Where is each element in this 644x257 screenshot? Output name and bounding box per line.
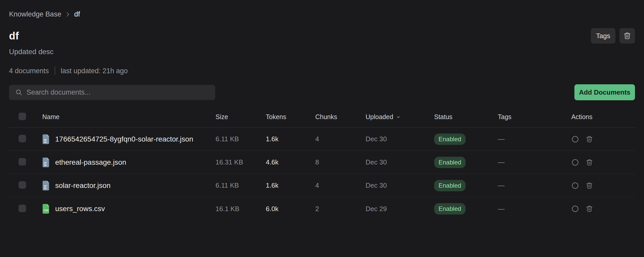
table-row: CSV users_rows.csv 16.1 KB 6.0k 2 Dec 29… (9, 197, 635, 220)
document-tags: — (498, 158, 571, 166)
status-badge: Enabled (434, 134, 466, 145)
delete-document-button[interactable] (586, 159, 593, 166)
trash-icon (586, 182, 593, 189)
document-uploaded: Dec 30 (366, 135, 434, 143)
svg-text:CSV: CSV (44, 209, 49, 212)
document-size: 6.11 KB (216, 135, 266, 143)
delete-knowledge-base-button[interactable] (620, 28, 635, 44)
column-header-size[interactable]: Size (216, 113, 266, 121)
row-checkbox[interactable] (19, 181, 26, 189)
column-header-status[interactable]: Status (434, 113, 498, 121)
search-documents-input[interactable] (27, 88, 210, 96)
table-row: CSV solar-reactor.json 6.11 KB 1.6k 4 De… (9, 174, 635, 197)
stats-divider (55, 67, 55, 75)
toolbar: Add Documents (9, 84, 635, 100)
document-chunks: 2 (315, 205, 366, 213)
knowledge-base-page: Knowledge Base df df Tags Updated desc 4… (0, 0, 644, 257)
select-all-checkbox[interactable] (19, 113, 26, 120)
status-badge: Enabled (434, 180, 466, 191)
page-title: df (9, 30, 19, 42)
document-chunks: 4 (315, 181, 366, 189)
document-tokens: 4.6k (266, 158, 315, 166)
document-tokens: 1.6k (266, 135, 315, 143)
status-toggle-button[interactable] (571, 159, 579, 166)
document-tags: — (498, 181, 571, 189)
table-body: CSV 1766542654725-8ygfqn0-solar-reactor.… (9, 128, 635, 220)
trash-icon (623, 32, 631, 40)
status-toggle-button[interactable] (571, 182, 579, 189)
column-header-uploaded[interactable]: Uploaded (366, 113, 434, 121)
document-name[interactable]: solar-reactor.json (55, 181, 111, 190)
document-chunks: 4 (315, 135, 366, 143)
circle-icon (571, 135, 579, 143)
delete-document-button[interactable] (586, 205, 593, 212)
breadcrumb: Knowledge Base df (9, 0, 635, 18)
column-header-tokens[interactable]: Tokens (266, 113, 315, 121)
row-checkbox[interactable] (19, 205, 26, 212)
document-name[interactable]: users_rows.csv (55, 205, 105, 213)
document-tokens: 1.6k (266, 181, 315, 189)
file-json-icon (42, 181, 50, 190)
table-row: CSV 1766542654725-8ygfqn0-solar-reactor.… (9, 128, 635, 151)
file-csv-icon: CSV (42, 204, 50, 214)
circle-icon (571, 205, 579, 213)
table-row: CSV ethereal-passage.json 16.31 KB 4.6k … (9, 151, 635, 174)
status-badge: Enabled (434, 157, 466, 168)
header-actions: Tags (591, 28, 635, 44)
document-count: 4 documents (9, 67, 49, 75)
search-icon (15, 89, 22, 96)
row-checkbox[interactable] (19, 158, 26, 165)
page-header: df Tags (9, 28, 635, 44)
document-uploaded: Dec 29 (366, 205, 434, 213)
document-name[interactable]: ethereal-passage.json (55, 158, 126, 167)
status-toggle-button[interactable] (571, 135, 579, 143)
document-chunks: 8 (315, 158, 366, 166)
file-json-icon (42, 134, 50, 144)
breadcrumb-chevron-icon (65, 12, 70, 17)
breadcrumb-current: df (74, 10, 80, 18)
circle-icon (571, 159, 579, 166)
column-header-actions: Actions (571, 113, 635, 121)
add-documents-button[interactable]: Add Documents (574, 84, 635, 100)
search-bar (9, 85, 215, 100)
trash-icon (586, 159, 593, 166)
kb-stats: 4 documents last updated: 21h ago (9, 67, 635, 75)
column-header-tags[interactable]: Tags (498, 113, 571, 121)
document-size: 16.31 KB (216, 158, 266, 166)
document-uploaded: Dec 30 (366, 181, 434, 189)
document-uploaded: Dec 30 (366, 158, 434, 166)
table-header-row: Name Size Tokens Chunks Uploaded Status … (9, 106, 635, 128)
column-header-name[interactable]: Name (42, 113, 216, 121)
status-toggle-button[interactable] (571, 205, 579, 213)
trash-icon (586, 205, 593, 212)
circle-icon (571, 182, 579, 189)
documents-table: Name Size Tokens Chunks Uploaded Status … (9, 106, 635, 220)
delete-document-button[interactable] (586, 136, 593, 143)
row-checkbox[interactable] (19, 135, 26, 142)
tags-button[interactable]: Tags (591, 28, 615, 44)
document-name[interactable]: 1766542654725-8ygfqn0-solar-reactor.json (55, 135, 193, 143)
sort-chevron-down-icon (396, 114, 401, 120)
last-updated: last updated: 21h ago (61, 67, 128, 75)
trash-icon (586, 136, 593, 143)
document-size: 16.1 KB (216, 205, 266, 213)
document-tokens: 6.0k (266, 205, 315, 213)
kb-description: Updated desc (9, 48, 635, 56)
breadcrumb-root-link[interactable]: Knowledge Base (9, 10, 61, 18)
document-tags: — (498, 135, 571, 143)
status-badge: Enabled (434, 203, 466, 214)
delete-document-button[interactable] (586, 182, 593, 189)
file-json-icon (42, 157, 50, 167)
document-size: 6.11 KB (216, 181, 266, 189)
document-tags: — (498, 205, 571, 213)
column-header-chunks[interactable]: Chunks (315, 113, 366, 121)
